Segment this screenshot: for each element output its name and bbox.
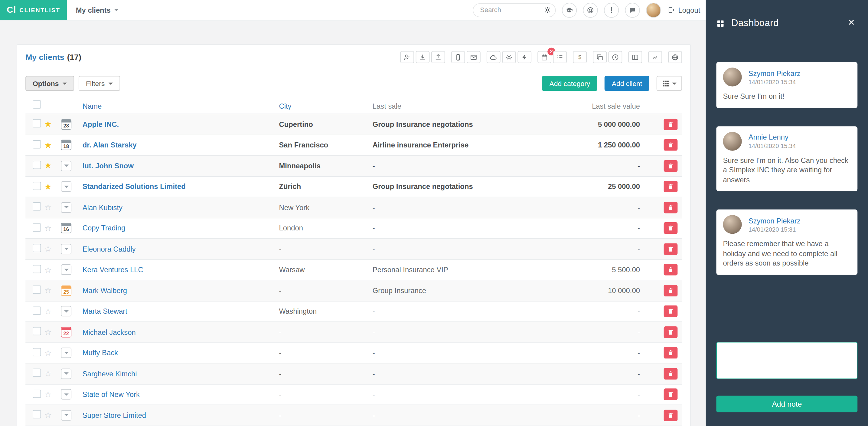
calendar-day-icon[interactable]: 16 <box>61 223 71 233</box>
row-dropdown-button[interactable] <box>61 410 71 421</box>
client-name-link[interactable]: Standarized Solutions Limited <box>83 182 186 191</box>
delete-button[interactable] <box>664 368 678 379</box>
row-dropdown-button[interactable] <box>61 265 71 275</box>
note-author-link[interactable]: Szymon Piekarz <box>748 69 801 77</box>
options-button[interactable]: Options <box>25 76 74 91</box>
support-button[interactable] <box>583 2 598 17</box>
history-icon-button[interactable] <box>609 51 622 63</box>
client-name-link[interactable]: Alan Kubisty <box>83 203 123 211</box>
row-checkbox[interactable] <box>33 203 41 211</box>
delete-button[interactable] <box>664 409 678 421</box>
row-checkbox[interactable] <box>33 327 41 335</box>
add-category-button[interactable]: Add category <box>542 76 597 91</box>
client-name-link[interactable]: Muffy Back <box>83 349 118 357</box>
row-dropdown-button[interactable] <box>61 368 71 379</box>
column-header-city[interactable]: City <box>279 102 291 110</box>
columns-icon-button[interactable] <box>628 51 642 63</box>
add-client-button[interactable]: Add client <box>604 76 649 91</box>
row-checkbox[interactable] <box>33 285 41 294</box>
star-icon[interactable]: ★ <box>44 120 52 128</box>
cloud-icon-button[interactable] <box>487 51 500 63</box>
select-all-checkbox[interactable] <box>33 100 41 108</box>
calendar-day-icon[interactable]: 18 <box>61 140 71 150</box>
column-header-last-sale[interactable]: Last sale <box>373 102 401 110</box>
row-dropdown-button[interactable] <box>61 348 71 358</box>
row-dropdown-button[interactable] <box>61 202 71 213</box>
row-checkbox[interactable] <box>33 348 41 356</box>
note-input[interactable] <box>716 342 858 379</box>
education-button[interactable] <box>562 2 577 17</box>
add-user-icon-button[interactable] <box>400 51 414 63</box>
star-icon[interactable]: ☆ <box>44 307 52 315</box>
filters-button[interactable]: Filters <box>79 76 120 91</box>
note-author-link[interactable]: Annie Lenny <box>748 133 796 141</box>
client-name-link[interactable]: Michael Jackson <box>83 328 136 336</box>
client-name-link[interactable]: Eleonora Caddly <box>83 245 136 253</box>
client-name-link[interactable]: State of New York <box>83 390 140 398</box>
star-icon[interactable]: ☆ <box>44 203 52 211</box>
note-author-link[interactable]: Szymon Piekarz <box>748 217 801 225</box>
client-name-link[interactable]: Apple INC. <box>83 120 119 129</box>
reports-icon-button[interactable] <box>648 51 662 63</box>
delete-button[interactable] <box>664 306 678 317</box>
calendar-icon-button[interactable]: 2 <box>537 51 551 63</box>
row-dropdown-button[interactable] <box>61 244 71 254</box>
sales-icon-button[interactable] <box>573 51 587 63</box>
nav-menu-my-clients[interactable]: My clients <box>76 6 119 14</box>
row-checkbox[interactable] <box>33 182 41 190</box>
star-icon[interactable]: ☆ <box>44 411 52 419</box>
star-icon[interactable]: ☆ <box>44 265 52 274</box>
delete-button[interactable] <box>664 118 678 130</box>
row-checkbox[interactable] <box>33 389 41 398</box>
client-name-link[interactable]: Sargheve Kimchi <box>83 369 137 377</box>
row-checkbox[interactable] <box>33 161 41 169</box>
alerts-button[interactable]: ! <box>604 2 619 17</box>
client-name-link[interactable]: dr. Alan Starsky <box>83 141 137 149</box>
client-name-link[interactable]: Mark Walberg <box>83 286 127 294</box>
star-icon[interactable]: ☆ <box>44 348 52 357</box>
star-icon[interactable]: ☆ <box>44 390 52 398</box>
row-dropdown-button[interactable] <box>61 161 71 171</box>
delete-button[interactable] <box>664 222 678 234</box>
star-icon[interactable]: ★ <box>44 182 52 191</box>
row-dropdown-button[interactable] <box>61 389 71 400</box>
row-dropdown-button[interactable] <box>61 306 71 317</box>
delete-button[interactable] <box>664 243 678 255</box>
row-checkbox[interactable] <box>33 369 41 377</box>
client-name-link[interactable]: Super Store Limited <box>83 411 146 419</box>
delete-button[interactable] <box>664 347 678 359</box>
row-checkbox[interactable] <box>33 244 41 252</box>
settings-icon-button[interactable] <box>502 51 516 63</box>
delete-button[interactable] <box>664 139 678 151</box>
search-settings-icon[interactable] <box>544 6 552 13</box>
star-icon[interactable]: ☆ <box>44 224 52 232</box>
star-icon[interactable]: ☆ <box>44 328 52 336</box>
star-icon[interactable]: ★ <box>44 161 52 170</box>
row-checkbox[interactable] <box>33 223 41 231</box>
row-checkbox[interactable] <box>33 410 41 419</box>
star-icon[interactable]: ☆ <box>44 245 52 253</box>
email-icon-button[interactable] <box>467 51 480 63</box>
column-header-last-sale-value[interactable]: Last sale value <box>592 102 640 110</box>
logout-button[interactable]: Logout <box>667 6 700 14</box>
delete-button[interactable] <box>664 160 678 172</box>
delete-button[interactable] <box>664 202 678 213</box>
mobile-icon-button[interactable] <box>451 51 465 63</box>
app-logo[interactable]: Cl CLIENTLIST <box>0 0 67 20</box>
user-avatar[interactable] <box>646 2 661 17</box>
delete-button[interactable] <box>664 264 678 276</box>
automation-icon-button[interactable] <box>518 51 531 63</box>
tasks-icon-button[interactable] <box>553 51 567 63</box>
row-checkbox[interactable] <box>33 265 41 273</box>
row-checkbox[interactable] <box>33 306 41 315</box>
star-icon[interactable]: ☆ <box>44 286 52 294</box>
add-note-button[interactable]: Add note <box>716 396 858 413</box>
grid-view-button[interactable] <box>657 76 682 91</box>
messages-button[interactable] <box>625 2 640 17</box>
star-icon[interactable]: ★ <box>44 141 52 149</box>
delete-button[interactable] <box>664 389 678 400</box>
row-dropdown-button[interactable] <box>61 181 71 192</box>
calendar-day-icon[interactable]: 25 <box>61 285 71 296</box>
client-name-link[interactable]: Marta Stewart <box>83 307 127 315</box>
client-name-link[interactable]: lut. John Snow <box>83 162 134 170</box>
